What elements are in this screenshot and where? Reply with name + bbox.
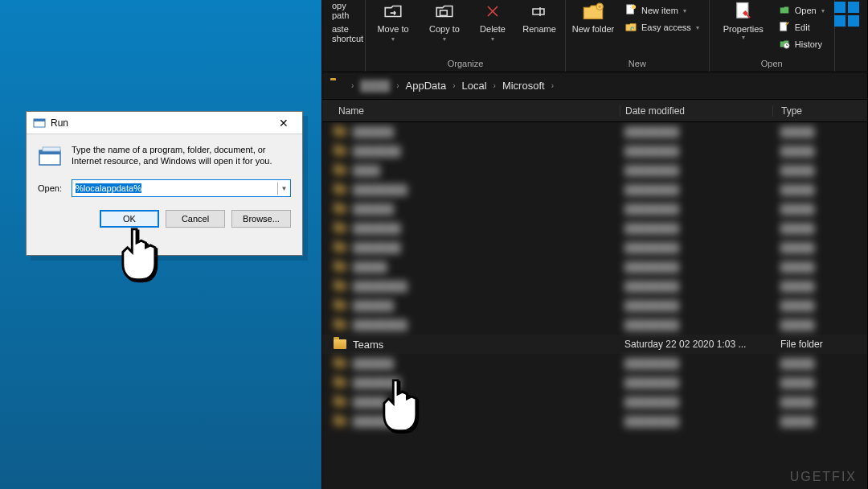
chevron-down-icon: ▾ bbox=[443, 35, 446, 43]
close-button[interactable]: ✕ bbox=[270, 115, 297, 131]
ok-button[interactable]: OK bbox=[100, 210, 159, 228]
history-icon bbox=[779, 38, 790, 51]
svg-rect-13 bbox=[43, 147, 60, 151]
column-type[interactable]: Type bbox=[772, 105, 867, 117]
cancel-button[interactable]: Cancel bbox=[166, 210, 225, 228]
chevron-down-icon: ▾ bbox=[391, 35, 395, 43]
column-header[interactable]: Name Date modified Type bbox=[322, 100, 867, 122]
list-item[interactable]: ██████████████████ bbox=[322, 392, 867, 412]
paste-shortcut-label: aste shortcut bbox=[332, 24, 363, 43]
new-folder-icon bbox=[582, 0, 604, 23]
list-item[interactable]: █████████████████████ bbox=[322, 277, 867, 296]
chevron-right-icon: › bbox=[452, 81, 455, 90]
svg-rect-5 bbox=[737, 3, 748, 18]
windows-logo-icon bbox=[834, 2, 859, 27]
move-to-button[interactable]: Move to ▾ bbox=[371, 0, 416, 43]
new-folder-label: New folder bbox=[572, 24, 615, 34]
column-date[interactable]: Date modified bbox=[620, 105, 772, 117]
chevron-down-icon: ▾ bbox=[491, 35, 494, 43]
list-item[interactable]: ██████████████████ bbox=[322, 257, 867, 277]
properties-label: Properties bbox=[723, 24, 764, 34]
rename-label: Rename bbox=[522, 24, 556, 34]
copy-to-button[interactable]: Copy to ▾ bbox=[422, 0, 467, 43]
easy-access-button[interactable]: Easy access ▾ bbox=[622, 20, 702, 35]
run-dialog: Run ✕ Type the name of a program, folder… bbox=[26, 111, 303, 256]
open-button[interactable]: Open ▾ bbox=[776, 3, 828, 18]
run-icon bbox=[33, 117, 46, 129]
list-item[interactable]: ███████████████████ bbox=[322, 354, 867, 373]
ribbon: opy path aste shortcut Move to ▾ bbox=[322, 0, 867, 72]
run-description: Type the name of a program, folder, docu… bbox=[72, 144, 291, 170]
new-group-label: New bbox=[571, 57, 704, 72]
ribbon-group-open: Properties ▾ Open ▾ E bbox=[710, 0, 835, 72]
organize-group-label: Organize bbox=[371, 57, 560, 72]
column-name[interactable]: Name bbox=[322, 105, 620, 117]
list-item[interactable]: ████████████████████ bbox=[322, 238, 867, 257]
properties-button[interactable]: Properties ▾ bbox=[714, 0, 772, 51]
list-item-teams[interactable]: Teams Saturday 22 02 2020 1:03 ... File … bbox=[322, 335, 867, 354]
delete-button[interactable]: Delete ▾ bbox=[473, 0, 512, 43]
move-to-label: Move to bbox=[377, 24, 408, 34]
svg-rect-10 bbox=[34, 119, 45, 121]
folder-icon bbox=[330, 80, 345, 92]
breadcrumb-part-microsoft[interactable]: Microsoft bbox=[502, 80, 545, 92]
edit-button[interactable]: Edit bbox=[776, 20, 828, 35]
list-item[interactable]: █████████████████████ bbox=[322, 180, 867, 199]
list-item[interactable]: █████████████████ bbox=[322, 161, 867, 180]
properties-icon bbox=[732, 0, 755, 24]
list-item[interactable]: ███████████████████ bbox=[322, 122, 867, 142]
address-bar[interactable]: › ████ › AppData › Local › Microsoft › bbox=[322, 72, 867, 100]
breadcrumb-part-hidden[interactable]: ████ bbox=[360, 80, 390, 92]
copy-path-button[interactable]: opy path bbox=[329, 0, 358, 21]
breadcrumb-part-appdata[interactable]: AppData bbox=[406, 80, 447, 92]
watermark: UGETFIX bbox=[790, 470, 857, 484]
list-item[interactable]: ████████████████████ bbox=[322, 219, 867, 238]
run-open-input[interactable] bbox=[72, 183, 277, 193]
rename-button[interactable]: Rename bbox=[518, 0, 560, 43]
chevron-down-icon: ▾ bbox=[683, 7, 686, 14]
browse-button[interactable]: Browse... bbox=[231, 210, 291, 228]
svg-point-4 bbox=[632, 5, 636, 9]
teams-folder-date: Saturday 22 02 2020 1:03 ... bbox=[620, 339, 772, 350]
chevron-down-icon: ▾ bbox=[821, 7, 825, 14]
move-to-icon bbox=[382, 0, 404, 23]
list-item[interactable]: █████████████████████ bbox=[322, 412, 867, 431]
open-label: Open bbox=[795, 6, 817, 15]
ribbon-group-clipboard: opy path aste shortcut bbox=[322, 0, 366, 72]
history-label: History bbox=[795, 39, 822, 49]
open-icon bbox=[779, 4, 790, 17]
easy-access-icon bbox=[625, 21, 637, 34]
list-item[interactable]: ████████████████████ bbox=[322, 373, 867, 392]
svg-rect-1 bbox=[533, 9, 544, 14]
edit-label: Edit bbox=[795, 23, 810, 32]
paste-shortcut-button[interactable]: aste shortcut bbox=[329, 23, 358, 44]
breadcrumb[interactable]: › ████ › AppData › Local › Microsoft › bbox=[351, 80, 554, 92]
list-item[interactable]: ███████████████████ bbox=[322, 296, 867, 315]
delete-icon bbox=[481, 0, 504, 23]
new-item-icon bbox=[625, 4, 637, 17]
delete-label: Delete bbox=[480, 24, 506, 34]
file-explorer-window: opy path aste shortcut Move to ▾ bbox=[321, 0, 868, 489]
breadcrumb-part-local[interactable]: Local bbox=[461, 80, 486, 92]
history-button[interactable]: History bbox=[776, 37, 828, 51]
list-item[interactable]: █████████████████████ bbox=[322, 315, 867, 335]
file-list[interactable]: ███████████████████ ████████████████████… bbox=[322, 122, 867, 489]
new-folder-button[interactable]: New folder bbox=[571, 0, 616, 35]
run-titlebar[interactable]: Run ✕ bbox=[27, 112, 302, 134]
edit-icon bbox=[779, 21, 790, 34]
open-group-label: Open bbox=[714, 57, 829, 72]
list-item[interactable]: ████████████████████ bbox=[322, 142, 867, 161]
new-item-button[interactable]: New item ▾ bbox=[622, 3, 702, 18]
ribbon-group-organize: Move to ▾ Copy to ▾ Delete ▾ bbox=[366, 0, 566, 72]
copy-to-label: Copy to bbox=[429, 24, 460, 34]
chevron-down-icon: ▾ bbox=[742, 34, 745, 41]
rename-icon bbox=[528, 0, 551, 23]
run-open-label: Open: bbox=[38, 183, 65, 193]
folder-icon bbox=[334, 339, 346, 349]
easy-access-label: Easy access bbox=[641, 23, 691, 32]
chevron-right-icon: › bbox=[351, 81, 354, 90]
run-open-combobox[interactable]: ▼ bbox=[72, 179, 291, 197]
dropdown-arrow-icon[interactable]: ▼ bbox=[277, 183, 290, 195]
teams-folder-name: Teams bbox=[353, 339, 383, 351]
list-item[interactable]: ███████████████████ bbox=[322, 199, 867, 219]
